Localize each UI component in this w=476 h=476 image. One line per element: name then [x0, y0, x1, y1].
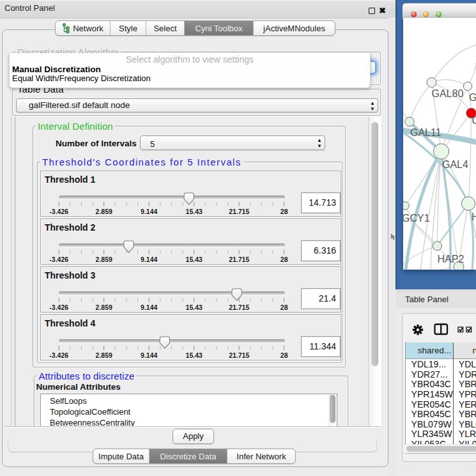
svg-text:GAL11: GAL11 [410, 127, 441, 138]
svg-text:C: C [472, 115, 476, 126]
svg-text:GAL4: GAL4 [442, 159, 468, 170]
svg-text:H: H [472, 211, 476, 222]
svg-text:GAL80: GAL80 [432, 88, 464, 99]
svg-text:HAP2: HAP2 [438, 254, 464, 265]
svg-text:GA: GA [469, 92, 476, 103]
svg-text:GCY1: GCY1 [403, 213, 430, 224]
